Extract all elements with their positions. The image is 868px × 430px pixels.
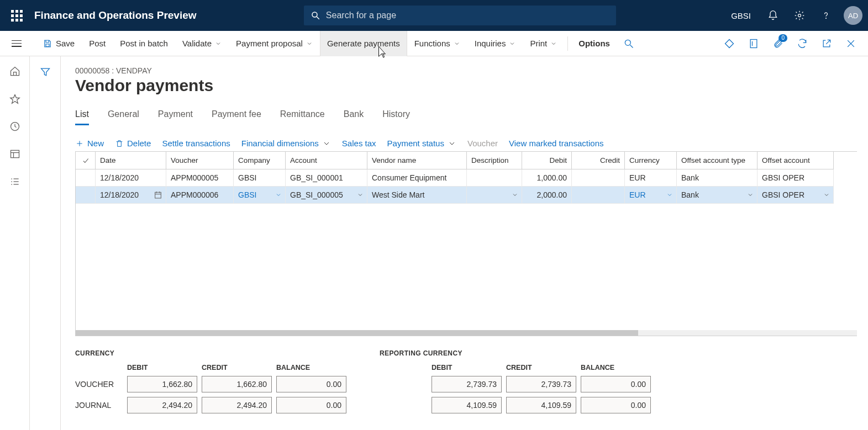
popout-button[interactable] bbox=[815, 32, 838, 55]
col-credit[interactable]: Credit bbox=[572, 152, 625, 169]
cell-account[interactable]: GB_SI_000001 bbox=[286, 169, 367, 187]
chevron-down-icon[interactable] bbox=[357, 192, 364, 198]
col-voucher[interactable]: Voucher bbox=[166, 152, 234, 169]
help-button[interactable] bbox=[814, 3, 838, 28]
cell-offset-account[interactable]: GBSI OPER bbox=[757, 187, 834, 204]
validate-menu[interactable]: Validate bbox=[175, 31, 229, 56]
tab-list[interactable]: List bbox=[75, 109, 89, 125]
cmd-delete[interactable]: Delete bbox=[115, 139, 151, 148]
calendar-icon[interactable] bbox=[154, 190, 162, 199]
attachments-button[interactable]: 0 bbox=[766, 32, 790, 55]
cell-currency[interactable]: EUR bbox=[625, 187, 677, 204]
rail-recent-button[interactable] bbox=[9, 120, 21, 132]
col-company[interactable]: Company bbox=[234, 152, 286, 169]
personalize-button[interactable] bbox=[718, 32, 741, 55]
grid-header-row: Date Voucher Company Account Vendor name… bbox=[76, 152, 857, 169]
cell-credit[interactable] bbox=[572, 187, 625, 204]
nav-toggle-button[interactable] bbox=[8, 35, 25, 52]
cmd-settle[interactable]: Settle transactions bbox=[162, 139, 230, 148]
payment-proposal-menu[interactable]: Payment proposal bbox=[229, 31, 320, 56]
col-select-all[interactable] bbox=[76, 152, 96, 169]
cell-description[interactable] bbox=[467, 187, 522, 204]
cell-credit[interactable] bbox=[572, 169, 625, 187]
tab-payment[interactable]: Payment bbox=[158, 109, 193, 125]
tab-history[interactable]: History bbox=[382, 109, 410, 125]
refresh-icon bbox=[797, 38, 808, 49]
cell-date[interactable]: 12/18/2020 bbox=[96, 169, 166, 187]
col-debit[interactable]: Debit bbox=[522, 152, 572, 169]
post-button[interactable]: Post bbox=[82, 31, 113, 56]
cell-voucher[interactable]: APPM000005 bbox=[166, 169, 234, 187]
cmd-financial-dimensions[interactable]: Financial dimensions bbox=[241, 139, 331, 148]
post-in-batch-button[interactable]: Post in batch bbox=[113, 31, 175, 56]
left-nav-rail bbox=[0, 56, 30, 430]
cell-debit[interactable]: 1,000.00 bbox=[522, 169, 572, 187]
cmd-view-marked[interactable]: View marked transactions bbox=[509, 139, 603, 148]
cmd-sales-tax[interactable]: Sales tax bbox=[342, 139, 376, 148]
rail-workspaces-button[interactable] bbox=[9, 148, 21, 160]
chevron-down-icon[interactable] bbox=[823, 192, 830, 198]
cell-offset-type[interactable]: Bank bbox=[677, 187, 757, 204]
col-description[interactable]: Description bbox=[467, 152, 522, 169]
horizontal-scrollbar[interactable] bbox=[76, 330, 857, 336]
company-label[interactable]: GBSI bbox=[723, 11, 759, 20]
cmd-new[interactable]: New bbox=[75, 139, 104, 148]
tab-payment-fee[interactable]: Payment fee bbox=[212, 109, 261, 125]
settings-button[interactable] bbox=[787, 3, 812, 28]
cell-vendor-name[interactable]: Consumer Equipment bbox=[367, 169, 467, 187]
tab-general[interactable]: General bbox=[108, 109, 139, 125]
chevron-down-icon[interactable] bbox=[512, 192, 518, 198]
scrollbar-thumb[interactable] bbox=[76, 330, 638, 336]
functions-menu[interactable]: Functions bbox=[407, 31, 467, 56]
cell-company[interactable]: GBSI bbox=[234, 169, 286, 187]
cell-debit[interactable]: 2,000.00 bbox=[522, 187, 572, 204]
col-offset-account[interactable]: Offset account bbox=[757, 152, 834, 169]
table-row[interactable]: 12/18/2020 APPM000006 GBSI GB_SI_000005 … bbox=[76, 187, 857, 204]
cell-currency[interactable]: EUR bbox=[625, 169, 677, 187]
waffle-icon bbox=[11, 10, 23, 22]
col-account[interactable]: Account bbox=[286, 152, 367, 169]
user-avatar[interactable]: AD bbox=[844, 6, 862, 25]
app-launcher-button[interactable] bbox=[6, 4, 28, 26]
chevron-down-icon[interactable] bbox=[747, 192, 754, 198]
cell-account[interactable]: GB_SI_000005 bbox=[286, 187, 367, 204]
cell-company[interactable]: GBSI bbox=[234, 187, 286, 204]
print-menu[interactable]: Print bbox=[523, 31, 564, 56]
refresh-button[interactable] bbox=[791, 32, 814, 55]
star-icon bbox=[9, 93, 20, 104]
rail-modules-button[interactable] bbox=[9, 176, 21, 188]
tab-bank[interactable]: Bank bbox=[344, 109, 364, 125]
inquiries-menu[interactable]: Inquiries bbox=[467, 31, 523, 56]
save-button[interactable]: Save bbox=[35, 31, 82, 56]
cell-voucher[interactable]: APPM000006 bbox=[166, 187, 234, 204]
chevron-down-icon[interactable] bbox=[275, 192, 282, 198]
currency-totals: CURRENCY DEBIT CREDIT BALANCE VOUCHER 1,… bbox=[75, 349, 346, 413]
generate-payments-button[interactable]: Generate payments bbox=[320, 31, 407, 56]
chevron-down-icon[interactable] bbox=[666, 192, 673, 198]
rail-favorites-button[interactable] bbox=[9, 93, 21, 105]
cell-description[interactable] bbox=[467, 169, 522, 187]
options-button[interactable]: Options bbox=[571, 31, 617, 56]
page-search-button[interactable] bbox=[617, 32, 640, 55]
search-icon bbox=[311, 10, 320, 20]
cell-vendor-name[interactable]: West Side Mart bbox=[367, 187, 467, 204]
office-button[interactable] bbox=[742, 32, 765, 55]
tab-remittance[interactable]: Remittance bbox=[280, 109, 325, 125]
row-select[interactable] bbox=[76, 187, 96, 204]
cell-date[interactable]: 12/18/2020 bbox=[96, 187, 166, 204]
col-currency[interactable]: Currency bbox=[625, 152, 677, 169]
cmd-payment-status[interactable]: Payment status bbox=[387, 139, 456, 148]
col-offset-type[interactable]: Offset account type bbox=[677, 152, 757, 169]
rail-home-button[interactable] bbox=[9, 65, 21, 77]
table-row[interactable]: 12/18/2020 APPM000005 GBSI GB_SI_000001 … bbox=[76, 169, 857, 187]
filter-pane-toggle[interactable] bbox=[30, 56, 61, 430]
col-vendor-name[interactable]: Vendor name bbox=[367, 152, 467, 169]
search-input[interactable] bbox=[326, 10, 609, 20]
global-search[interactable] bbox=[304, 6, 616, 25]
notifications-button[interactable] bbox=[761, 3, 785, 28]
cell-offset-type[interactable]: Bank bbox=[677, 169, 757, 187]
cell-offset-account[interactable]: GBSI OPER bbox=[757, 169, 834, 187]
row-select[interactable] bbox=[76, 169, 96, 187]
close-button[interactable] bbox=[839, 32, 862, 55]
col-date[interactable]: Date bbox=[96, 152, 166, 169]
